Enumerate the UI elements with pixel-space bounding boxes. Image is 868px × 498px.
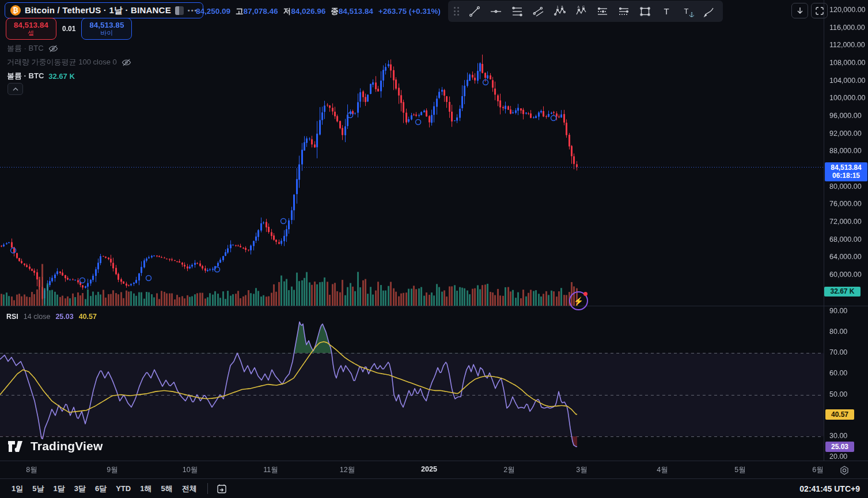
current-price-badge: 84,513.84 06:18:15: [825, 162, 867, 181]
rsi-ma-badge: 40.57: [825, 409, 854, 420]
lightning-icon: ⚡: [574, 297, 583, 305]
time-axis-label: 2025: [421, 465, 437, 473]
indicator-row[interactable]: 거래량 가중이동평균 100 close 0: [7, 55, 131, 69]
indicator-label: 볼륨 · BTC: [7, 71, 44, 81]
svg-text:⚓: ⚓: [689, 12, 694, 17]
buy-price: 84,513.85: [89, 21, 124, 30]
tradingview-mark-icon: [8, 441, 25, 452]
anchored-text-icon[interactable]: T⚓: [677, 2, 698, 21]
notification-dot: [583, 292, 587, 296]
tradingview-chart-window: ₿ Bitcoin / TetherUS · 1날 · BINANCE ••• …: [0, 0, 868, 498]
time-axis-label: 3월: [576, 465, 587, 475]
quick-trade-button[interactable]: ⚡: [569, 291, 588, 310]
price-axis-label: 68,000.00: [829, 235, 862, 244]
rsi-indicator-label[interactable]: RSI 14 close 25.03 40.57: [6, 313, 97, 321]
rectangle-icon[interactable]: [634, 2, 655, 21]
volume-badge: 32.67 K: [824, 287, 861, 296]
elliott-wave-icon[interactable]: AC: [570, 2, 592, 21]
rsi-title: RSI: [6, 313, 18, 321]
price-axis-label: 116,000.00: [829, 24, 865, 32]
rsi-value-badge: 25.03: [825, 442, 854, 452]
indicator-label: 볼륨 · BTC: [7, 43, 44, 54]
bottom-toolbar: 1일5날1달3달6달YTD1해5해전체 02:41:45 UTC+9: [0, 478, 868, 498]
range-button-5날[interactable]: 5날: [28, 482, 48, 495]
symbol-button[interactable]: ₿ Bitcoin / TetherUS · 1날 · BINANCE •••: [5, 2, 203, 18]
rsi-value: 25.03: [55, 313, 73, 321]
price-axis-label: 88,000.00: [829, 147, 862, 155]
rsi-axis-label: 60.00: [829, 369, 847, 377]
range-button-전체[interactable]: 전체: [177, 482, 202, 495]
tradingview-logo-text: TradingView: [31, 439, 103, 453]
time-axis-label: 9월: [107, 465, 117, 475]
range-button-1해[interactable]: 1해: [135, 482, 156, 495]
rsi-pane-chart[interactable]: [0, 307, 824, 461]
trade-cluster: 84,513.84 셀 0.01 84,513.85 바이: [6, 18, 132, 40]
long-position-icon[interactable]: [592, 2, 613, 21]
range-button-3달[interactable]: 3달: [70, 482, 90, 495]
trend-line-icon[interactable]: [464, 2, 485, 21]
rsi-axis-label: 30.00: [829, 432, 847, 440]
fib-retracement-icon[interactable]: [506, 2, 528, 21]
low-label: 저: [283, 7, 291, 16]
rsi-axis-label: 50.00: [829, 390, 847, 398]
axis-settings-icon[interactable]: [838, 464, 851, 477]
change-value: +263.75 (+0.31%): [378, 7, 441, 16]
svg-text:T: T: [684, 7, 688, 16]
horizontal-line-icon[interactable]: [485, 2, 506, 21]
rsi-axis-label: 70.00: [829, 348, 847, 356]
go-to-date-button[interactable]: [214, 482, 230, 496]
buy-label: 바이: [100, 29, 113, 37]
indicator-legend: 볼륨 · BTC거래량 가중이동평균 100 close 0볼륨 · BTC32…: [7, 41, 131, 83]
high-label: 고: [236, 7, 244, 16]
collapse-indicators-button[interactable]: [7, 83, 23, 95]
panel-toggle-icon[interactable]: [175, 6, 184, 15]
price-axis-label: 120,000.00: [829, 6, 866, 14]
indicator-value: 32.67 K: [48, 72, 75, 81]
short-position-icon[interactable]: [613, 2, 634, 21]
price-axis-label: 100,000.00: [829, 94, 866, 102]
price-axis-label: 92,000.00: [829, 130, 862, 138]
svg-text:1: 1: [556, 5, 558, 9]
parallel-channel-icon[interactable]: [528, 2, 549, 21]
price-axis-label: 76,000.00: [829, 200, 862, 208]
eye-hidden-icon[interactable]: [122, 58, 131, 67]
pane-divider[interactable]: [0, 306, 868, 306]
range-button-1달[interactable]: 1달: [48, 482, 69, 495]
drawing-toolbar: 15ACTT⚓: [448, 1, 723, 22]
time-axis-label: 6월: [812, 465, 823, 475]
indicator-row[interactable]: 볼륨 · BTC: [7, 41, 131, 55]
rsi-axis-label: 80.00: [829, 328, 847, 336]
clock-label[interactable]: 02:41:45 UTC+9: [799, 484, 860, 493]
svg-text:A: A: [577, 5, 579, 9]
range-button-YTD[interactable]: YTD: [111, 482, 135, 495]
xabcd-pattern-icon[interactable]: 15: [549, 2, 570, 21]
ohlc-row: 84,250.09 고87,078.46 저84,026.96 종84,513.…: [196, 6, 441, 17]
svg-text:T: T: [664, 6, 669, 16]
toolbar-divider: [207, 483, 208, 494]
brush-icon[interactable]: [698, 2, 719, 21]
price-axis-label: 60,000.00: [829, 271, 862, 279]
rsi-axis-label: 20.00: [829, 453, 847, 461]
price-axis-label: 104,000.00: [829, 77, 866, 85]
tradingview-logo[interactable]: TradingView: [8, 439, 103, 453]
sell-price: 84,513.84: [14, 21, 48, 30]
price-axis[interactable]: 84,513.84 06:18:15 32.67 K 40.57 25.03 1…: [824, 0, 868, 461]
buy-button[interactable]: 84,513.85 바이: [81, 18, 132, 40]
range-button-5해[interactable]: 5해: [156, 482, 177, 495]
range-button-1일[interactable]: 1일: [7, 482, 28, 495]
time-axis-label: 11월: [263, 465, 278, 475]
range-button-6달[interactable]: 6달: [90, 482, 111, 495]
rsi-axis-label: 90.00: [829, 307, 847, 315]
time-axis-label: 5월: [734, 465, 745, 475]
time-axis-label: 12월: [340, 465, 355, 475]
sell-label: 셀: [28, 29, 35, 37]
svg-text:C: C: [582, 5, 585, 9]
sell-button[interactable]: 84,513.84 셀: [6, 18, 56, 40]
toolbar-drag-handle-icon[interactable]: [454, 7, 459, 16]
text-icon[interactable]: T: [655, 2, 677, 21]
eye-hidden-icon[interactable]: [48, 44, 58, 54]
indicator-row[interactable]: 볼륨 · BTC32.67 K: [7, 69, 131, 83]
download-button[interactable]: [791, 3, 808, 18]
time-axis[interactable]: 8월9월10월11월12월20252월3월4월5월6월: [0, 461, 868, 478]
spread-value: 0.01: [62, 25, 75, 33]
